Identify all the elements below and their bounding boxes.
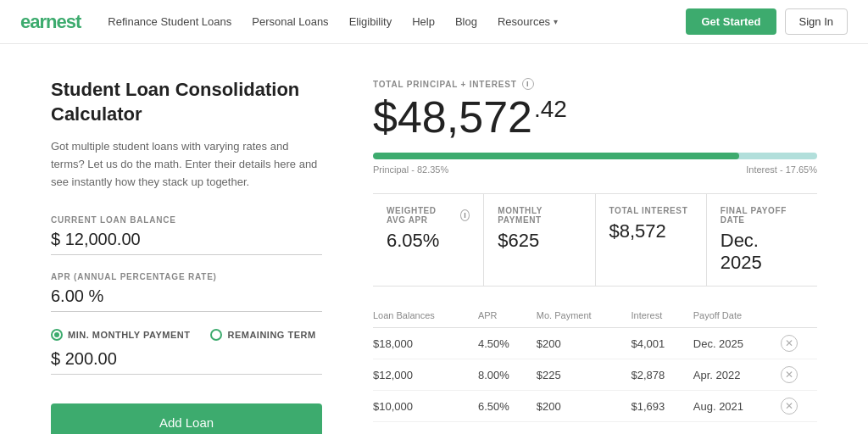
stat-monthly-payment-value: $625: [498, 230, 581, 252]
delete-loan-icon-0[interactable]: ✕: [781, 335, 798, 352]
progress-labels: Principal - 82.35% Interest - 17.65%: [373, 164, 817, 175]
col-header-action: [781, 307, 817, 328]
stats-row: WEIGHTED AVG APR i 6.05% MONTHLY PAYMENT…: [373, 193, 817, 287]
cell-interest-2: $1,693: [632, 391, 693, 422]
payment-type-row: MIN. MONTHLY PAYMENT REMAINING TERM: [51, 329, 322, 341]
cell-payment-0: $200: [537, 328, 632, 359]
cell-delete-1[interactable]: ✕: [781, 359, 817, 391]
cell-date-1: Apr. 2022: [693, 359, 781, 391]
cell-delete-0[interactable]: ✕: [781, 328, 817, 359]
nav-help[interactable]: Help: [412, 15, 435, 28]
main-nav: Refinance Student Loans Personal Loans E…: [108, 15, 686, 28]
nav-refinance[interactable]: Refinance Student Loans: [108, 15, 231, 28]
cell-date-0: Dec. 2025: [693, 328, 781, 359]
cell-balance-2: $10,000: [373, 391, 478, 422]
calculator-description: Got multiple student loans with varying …: [51, 138, 322, 191]
cell-apr-2: 6.50%: [478, 391, 537, 422]
total-amount: $48,572.42: [373, 95, 817, 139]
stat-weighted-apr: WEIGHTED AVG APR i 6.05%: [373, 194, 483, 286]
min-monthly-label: MIN. MONTHLY PAYMENT: [68, 330, 190, 340]
nav-resources[interactable]: Resources ▾: [498, 15, 558, 28]
balance-field-group: CURRENT LOAN BALANCE $ 12,000.00: [51, 215, 322, 255]
stat-payoff-date: FINAL PAYOFF DATE Dec. 2025: [706, 194, 817, 286]
table-row: $10,000 6.50% $200 $1,693 Aug. 2021 ✕: [373, 391, 817, 422]
remaining-term-option[interactable]: REMAINING TERM: [210, 329, 315, 341]
stat-weighted-apr-label: WEIGHTED AVG APR i: [387, 206, 470, 225]
stat-monthly-payment-label: MONTHLY PAYMENT: [498, 206, 581, 225]
col-header-apr: APR: [478, 307, 537, 328]
nav-blog[interactable]: Blog: [455, 15, 477, 28]
cell-payment-1: $225: [537, 359, 632, 391]
balance-value[interactable]: $ 12,000.00: [51, 230, 322, 255]
add-loan-button[interactable]: Add Loan: [51, 403, 322, 434]
col-header-payment: Mo. Payment: [537, 307, 632, 328]
stat-payoff-date-label: FINAL PAYOFF DATE: [721, 206, 804, 225]
logo: earnest: [20, 11, 81, 33]
total-label: TOTAL PRINCIPAL + INTEREST i: [373, 78, 817, 90]
min-monthly-option[interactable]: MIN. MONTHLY PAYMENT: [51, 329, 190, 341]
cell-balance-1: $12,000: [373, 359, 478, 391]
chevron-down-icon: ▾: [554, 17, 558, 26]
cell-date-2: Aug. 2021: [693, 391, 781, 422]
total-info-icon[interactable]: i: [522, 78, 534, 90]
stat-weighted-apr-value: 6.05%: [387, 230, 470, 252]
cell-apr-0: 4.50%: [478, 328, 537, 359]
cell-apr-1: 8.00%: [478, 359, 537, 391]
monthly-payment-field-group: $ 200.00: [51, 349, 322, 375]
nav-personal[interactable]: Personal Loans: [252, 15, 328, 28]
progress-bar-fill: [373, 153, 739, 159]
cell-interest-1: $2,878: [632, 359, 693, 391]
progress-bar: [373, 153, 817, 159]
stat-payoff-date-value: Dec. 2025: [721, 230, 804, 274]
cell-balance-0: $18,000: [373, 328, 478, 359]
table-row: $18,000 4.50% $200 $4,001 Dec. 2025 ✕: [373, 328, 817, 359]
col-header-date: Payoff Date: [693, 307, 781, 328]
stat-total-interest-label: TOTAL INTEREST: [609, 206, 693, 215]
sign-in-button[interactable]: Sign In: [785, 8, 848, 35]
apr-info-icon[interactable]: i: [460, 209, 470, 221]
remaining-term-radio[interactable]: [210, 329, 222, 341]
cell-interest-0: $4,001: [632, 328, 693, 359]
stat-total-interest-value: $8,572: [609, 220, 693, 242]
calculator-title: Student Loan Consolidation Calculator: [51, 78, 322, 126]
table-row: $12,000 8.00% $225 $2,878 Apr. 2022 ✕: [373, 359, 817, 391]
min-monthly-radio[interactable]: [51, 329, 63, 341]
cell-payment-2: $200: [537, 391, 632, 422]
delete-loan-icon-1[interactable]: ✕: [781, 366, 798, 383]
apr-field-group: APR (ANNUAL PERCENTAGE RATE) 6.00 %: [51, 272, 322, 312]
total-cents: .42: [534, 96, 567, 122]
cell-delete-2[interactable]: ✕: [781, 391, 817, 422]
right-panel: TOTAL PRINCIPAL + INTEREST i $48,572.42 …: [373, 78, 817, 434]
apr-value[interactable]: 6.00 %: [51, 287, 322, 312]
principal-label: Principal - 82.35%: [373, 164, 448, 175]
header-actions: Get Started Sign In: [686, 8, 848, 35]
stat-total-interest: TOTAL INTEREST $8,572: [595, 194, 706, 286]
stat-monthly-payment: MONTHLY PAYMENT $625: [483, 194, 594, 286]
monthly-payment-value[interactable]: $ 200.00: [51, 349, 322, 375]
balance-label: CURRENT LOAN BALANCE: [51, 215, 322, 225]
interest-label: Interest - 17.65%: [746, 164, 817, 175]
main-content: Student Loan Consolidation Calculator Go…: [0, 44, 868, 434]
nav-eligibility[interactable]: Eligibility: [349, 15, 392, 28]
header: earnest Refinance Student Loans Personal…: [0, 0, 868, 44]
total-dollars: $48,572: [373, 92, 532, 142]
col-header-balance: Loan Balances: [373, 307, 478, 328]
remaining-term-label: REMAINING TERM: [227, 330, 315, 340]
apr-label: APR (ANNUAL PERCENTAGE RATE): [51, 272, 322, 281]
col-header-interest: Interest: [632, 307, 693, 328]
left-panel: Student Loan Consolidation Calculator Go…: [51, 78, 322, 434]
loans-table: Loan Balances APR Mo. Payment Interest P…: [373, 307, 817, 422]
get-started-button[interactable]: Get Started: [686, 8, 776, 35]
delete-loan-icon-2[interactable]: ✕: [781, 398, 798, 415]
